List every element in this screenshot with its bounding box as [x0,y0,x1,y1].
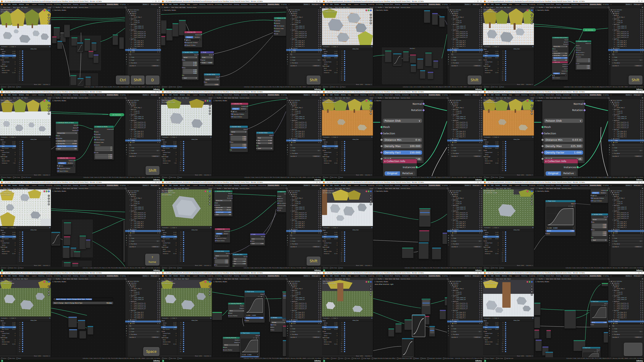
outliner-item-camera[interactable]: ▸▣Camera◉ ▣ [125,228,161,230]
attribute-row-volume-grids[interactable]: Volume Grids0 [0,250,16,253]
expand-arrow-icon[interactable]: ▾ [452,24,453,25]
node-editor[interactable]: ▢Geometry Nodes [51,189,125,267]
transform-panel-header[interactable]: ∨Transform [612,243,643,245]
zoom-in-icon[interactable]: ⊕ [568,206,570,207]
outliner-item-grass[interactable]: ▾▦Grass◉ ▣ [125,18,161,20]
tab-modifier-icon[interactable]: ✎ [126,154,127,155]
vp-menu-view[interactable]: View [335,188,338,189]
expand-arrow-icon[interactable]: ▾ [449,192,450,193]
dropdown-field[interactable]: Multiply∨ [271,322,285,323]
outliner-item-vege_cattail_02[interactable]: ▸▽Vege_Cattail_02◉ ▣ [125,206,161,208]
visibility-icons[interactable]: ◉ ▣ [640,25,644,27]
attribute-row-vertex[interactable]: Vertex10.0K [483,141,499,143]
checkbox-checked-icon[interactable]: ✓ [22,330,23,332]
outliner-item-collection[interactable]: ▾▦Collection◉ ▣ [286,282,322,284]
checkbox-checked-icon[interactable]: ✓ [344,168,345,169]
node-small[interactable] [282,325,286,337]
tab-texture-paint[interactable]: Texture Paint [384,275,394,277]
visibility-icons[interactable]: ◉ ▣ [158,138,160,139]
table-row[interactable]: 11✓ [177,163,212,165]
checkbox-checked-icon[interactable]: ✓ [183,158,184,159]
visibility-icons[interactable]: ◉ ▣ [158,18,160,19]
tab-sculpting[interactable]: Sculpting [206,184,214,186]
collection-field[interactable]: ▦Grass× [216,235,229,237]
checkbox-checked-icon[interactable]: ✓ [344,328,345,330]
visibility-icons[interactable]: ◉ ▣ [318,142,322,143]
collection-field[interactable]: ▦Grass× [232,111,247,113]
mini-field[interactable] [283,294,286,295]
visibility-icons[interactable]: ◉ ▣ [158,221,160,222]
node-scale[interactable]: ∨ScaleVectorScale∨VectorScale0.040 [200,51,214,65]
tab-layout[interactable]: Layout [353,3,359,5]
tab-compositing[interactable]: Compositing [257,275,267,277]
tab-layout[interactable]: Layout [192,3,198,5]
tab-+[interactable]: + [610,275,612,277]
attribute-row-spline[interactable]: Spline0 [161,244,177,246]
node-float-curve[interactable]: ∨Float CurveValue⊕⊖●∨0.00000.0000Factor1… [244,290,265,323]
node-menu-node[interactable]: Node [557,278,560,280]
value-field[interactable]: Scale0.040 [202,62,213,64]
node-editor[interactable]: ▢Geometry Nodes∨Collection InfoInstances… [161,8,286,86]
expand-arrow-icon[interactable]: ▸ [614,134,615,136]
outliner-item-vege_cattail_03[interactable]: ▸▽Vege_Cattail_03◉ ▣ [125,208,161,210]
attribute-row-volume-grids[interactable]: Volume Grids0 [322,69,338,72]
outliner-item-rock_small_env_07[interactable]: ▸▽Rock_Small_Env_07◉ ▣ [125,127,161,128]
vector-component-field[interactable]: 0.400 [183,61,198,63]
outliner-item-cube[interactable]: ▸▽Cube◉ ▣ [125,49,161,51]
table-row[interactable]: 11✓ [16,163,51,165]
outliner-item-collection[interactable]: ▾▦Collection◉ ▣ [125,192,161,193]
outliner-search[interactable] [285,278,320,280]
visibility-icons[interactable]: ◉ ▣ [640,297,644,298]
navigation-gizmo[interactable] [526,190,533,192]
vp-menu-add[interactable]: Add [343,7,345,8]
expand-arrow-icon[interactable]: ▸ [614,214,615,215]
socket-input[interactable] [256,142,258,144]
outliner-item-tree_vege_07_1[interactable]: ▸▽Tree_Vege_07_1◉ ▣ [608,136,644,138]
expand-arrow-icon[interactable]: ▸ [614,293,615,295]
expand-arrow-icon[interactable]: ▾ [290,105,292,106]
attribute-row-point[interactable]: Point0 [483,248,499,251]
table-row[interactable]: 6✓ [16,244,51,246]
tab-uv-editing[interactable]: UV Editing [375,3,384,5]
tab-uv-editing[interactable]: UV Editing [536,184,544,186]
checkbox-checked-icon[interactable]: ✓ [344,147,345,148]
attribute-row-mesh[interactable]: Mesh [0,48,16,50]
visibility-icons[interactable]: ◉ ▣ [158,212,160,213]
expand-arrow-icon[interactable]: ▸ [450,229,452,230]
menu-window[interactable]: Window [18,3,24,5]
tab-geometry-nodes[interactable]: Geometry Nodes [428,275,441,277]
vp-menu-add[interactable]: Add [182,188,184,189]
checkbox-checked-icon[interactable]: ✓ [505,147,506,148]
expand-arrow-icon[interactable]: ▸ [452,131,454,132]
outliner-search[interactable] [285,6,320,8]
expand-arrow-icon[interactable]: ▸ [289,51,290,52]
visibility-icons[interactable]: ◉ ▣ [318,314,322,315]
zoom-in-icon[interactable]: ⊕ [594,351,595,352]
node-menu-view[interactable]: View [63,7,66,8]
visibility-icons[interactable]: ◉ ▣ [158,112,160,114]
checkbox-checked-icon[interactable]: ✓ [344,79,345,81]
minimize-button[interactable]: – [474,0,476,2]
value-field[interactable]: Seed146 [215,214,232,215]
attribute-row-face-corner[interactable]: Face Corner39.2K [322,328,338,331]
tab-compositing[interactable]: Compositing [96,94,106,96]
expand-arrow-icon[interactable]: ▾ [130,109,131,110]
mode-dropdown[interactable]: Object Mode∨ [324,7,334,8]
outliner-item-rock_small_env_06[interactable]: ▸▽Rock_Small_Env_06◉ ▣ [286,34,322,36]
outliner-item-rock_small_env_07[interactable]: ▸▽Rock_Small_Env_07◉ ▣ [608,127,644,128]
visibility-icons[interactable]: ◉ ▣ [640,132,644,134]
expand-arrow-icon[interactable]: ▸ [611,321,612,322]
expand-arrow-icon[interactable]: ▸ [292,37,293,38]
tab-scripting[interactable]: Scripting [602,94,610,96]
mode-dropdown[interactable]: Object Mode∨ [2,97,12,99]
checkbox-checked-icon[interactable]: ✓ [505,50,506,52]
expand-arrow-icon[interactable]: ▸ [614,118,615,119]
outliner-item-tree_vege_04_6[interactable]: ▸▽Tree_Vege_04_6◉ ▣ [447,312,483,313]
tab-object-icon[interactable]: ⊞ [287,61,288,62]
visibility-icons[interactable]: ◉ ▣ [640,27,644,28]
attribute-row-edge[interactable]: Edge19.8K [0,324,16,326]
expand-arrow-icon[interactable]: ▸ [130,125,132,126]
outliner-search[interactable] [607,278,642,280]
menu-edit[interactable]: Edit [169,94,172,96]
checkbox-checked-icon[interactable]: ✓ [183,160,184,161]
